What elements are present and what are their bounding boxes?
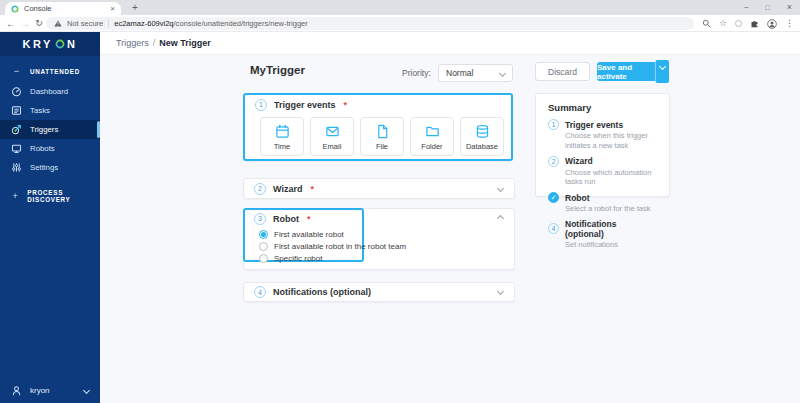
priority-select[interactable]: Normal <box>438 64 513 82</box>
collapse-minus-icon: − <box>11 67 22 76</box>
trigger-icon <box>11 124 22 135</box>
robot-option-specific[interactable]: Specific robot <box>259 253 322 263</box>
event-card-label: Email <box>323 142 342 151</box>
sidebar-item-settings[interactable]: Settings <box>0 158 100 177</box>
trigger-events-header[interactable]: 1 Trigger events * <box>245 95 511 114</box>
sidebar-item-label: Robots <box>30 144 55 153</box>
user-chevron-down-icon <box>83 386 90 393</box>
browser-menu-icon[interactable]: ⋮ <box>785 19 794 28</box>
discard-button[interactable]: Discard <box>535 62 590 81</box>
radio-label: First available robot in the robot team <box>274 242 406 251</box>
search-zoom-icon[interactable] <box>702 19 711 28</box>
trigger-name-title[interactable]: MyTrigger <box>250 64 305 76</box>
new-tab-button[interactable]: + <box>128 1 142 14</box>
expand-chevron-down-icon[interactable] <box>497 288 504 295</box>
kryon-logo: KRY N <box>0 32 100 56</box>
back-icon[interactable]: ← <box>4 15 18 31</box>
event-card-label: File <box>376 142 388 151</box>
sidebar-item-dashboard[interactable]: Dashboard <box>0 82 100 101</box>
window-minimize-icon[interactable]: – <box>744 3 748 11</box>
event-card-database[interactable]: Database <box>460 117 504 156</box>
browser-window: Console × + – □ × ← → ↻ Not secure ec2am… <box>0 0 800 403</box>
robot-header[interactable]: 3 Robot * <box>244 209 514 228</box>
summary-item-desc: Choose when this trigger initiates a new… <box>565 131 657 151</box>
event-card-label: Time <box>274 142 290 151</box>
user-menu[interactable]: kryon <box>0 382 100 398</box>
radio-label: Specific robot <box>274 254 322 263</box>
tab-close-icon[interactable]: × <box>110 5 115 13</box>
folder-icon <box>425 124 440 139</box>
summary-item-trigger-events: 1 Trigger events Choose when this trigge… <box>548 119 657 151</box>
not-secure-label: Not secure <box>67 19 103 28</box>
extension-circle-icon[interactable] <box>735 20 742 27</box>
sidebar-item-label: Triggers <box>30 125 58 134</box>
required-asterisk: * <box>310 184 314 194</box>
save-and-activate-button[interactable]: Save and activate <box>597 62 655 81</box>
robot-option-first-available[interactable]: First available robot <box>259 229 344 239</box>
url-host: ec2amaz-609vi2q <box>114 19 173 28</box>
radio-unselected-icon[interactable] <box>259 254 268 263</box>
url-path: /console/unattended/triggers/new-trigger <box>173 19 307 28</box>
radio-selected-icon[interactable] <box>259 230 268 239</box>
event-card-folder[interactable]: Folder <box>410 117 454 156</box>
summary-panel: Summary 1 Trigger events Choose when thi… <box>535 93 670 197</box>
summary-title: Summary <box>548 102 657 113</box>
window-close-icon[interactable]: × <box>787 3 792 12</box>
sidebar-item-label: Tasks <box>30 106 50 115</box>
event-card-email[interactable]: Email <box>310 117 354 156</box>
radio-label: First available robot <box>274 230 344 239</box>
forward-icon[interactable]: → <box>18 15 32 31</box>
sidebar-nav: − UNATTENDED Dashboard <box>0 56 100 207</box>
extensions-puzzle-icon[interactable] <box>750 19 759 28</box>
panel-title: Wizard <box>273 184 302 194</box>
tab-title: Console <box>24 4 105 13</box>
sidebar-item-robots[interactable]: Robots <box>0 139 100 158</box>
sidebar-item-tasks[interactable]: Tasks <box>0 101 100 120</box>
summary-step-done-check-icon: ✓ <box>548 192 559 203</box>
breadcrumb-separator: / <box>153 38 156 48</box>
user-icon <box>11 385 22 396</box>
event-card-time[interactable]: Time <box>260 117 304 156</box>
window-maximize-icon[interactable]: □ <box>766 4 770 11</box>
logo-o-icon <box>55 39 65 49</box>
event-card-file[interactable]: File <box>360 117 404 156</box>
notifications-header[interactable]: 4 Notifications (optional) <box>244 283 514 301</box>
sidebar-item-label: Settings <box>30 163 58 172</box>
browser-titlebar: Console × + – □ × <box>0 0 800 15</box>
breadcrumb-triggers-link[interactable]: Triggers <box>116 38 149 48</box>
profile-avatar-icon[interactable] <box>767 19 777 29</box>
reload-icon[interactable]: ↻ <box>32 15 46 31</box>
file-icon <box>375 124 390 139</box>
envelope-icon <box>325 124 340 139</box>
url-omnibox[interactable]: Not secure ec2amaz-609vi2q/console/unatt… <box>46 17 694 30</box>
trigger-event-cards: Time Email <box>260 117 504 156</box>
collapse-chevron-up-icon[interactable] <box>497 214 504 221</box>
sidebar-section-unattended[interactable]: − UNATTENDED <box>0 60 100 82</box>
required-asterisk: * <box>307 214 311 224</box>
step-number-badge: 4 <box>254 286 266 298</box>
browser-tab[interactable]: Console × <box>5 2 121 15</box>
required-asterisk: * <box>344 100 348 110</box>
radio-unselected-icon[interactable] <box>259 242 268 251</box>
browser-toolbar-icons: ☆ ⋮ <box>702 15 794 32</box>
save-options-dropdown-button[interactable] <box>655 60 669 83</box>
summary-item-title: Robot <box>565 193 590 203</box>
expand-chevron-down-icon[interactable] <box>497 184 504 191</box>
window-controls: – □ × <box>744 0 792 14</box>
panel-title: Robot <box>273 214 299 224</box>
sidebar-section-process-discovery[interactable]: + PROCESS DISCOVERY <box>0 185 100 207</box>
notifications-panel: 4 Notifications (optional) <box>243 282 515 302</box>
database-icon <box>475 124 490 139</box>
omnibox-divider <box>108 19 109 28</box>
save-chevron-down-icon <box>659 63 666 70</box>
sliders-icon <box>11 162 22 173</box>
summary-item-robot: ✓ Robot Select a robot for the task <box>548 192 657 214</box>
sidebar-item-triggers[interactable]: Triggers <box>0 120 100 139</box>
section-label: UNATTENDED <box>30 68 80 75</box>
robot-panel: 3 Robot * First available robot First av… <box>243 208 515 270</box>
wizard-header[interactable]: 2 Wizard * <box>244 179 514 198</box>
bookmark-star-icon[interactable]: ☆ <box>719 19 727 28</box>
calendar-icon <box>275 124 290 139</box>
sidebar: KRY N − UNATTENDED <box>0 32 100 403</box>
robot-option-first-in-team[interactable]: First available robot in the robot team <box>259 241 406 251</box>
